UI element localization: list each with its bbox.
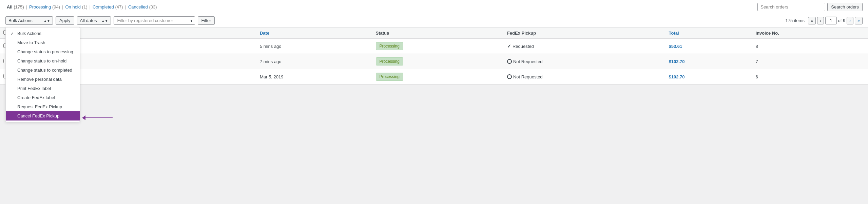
- customer-filter-wrapper: Filter by registered customer ▾: [114, 16, 195, 25]
- tab-processing[interactable]: Processing (94): [28, 4, 61, 10]
- cell-total: $53.61: [666, 39, 752, 54]
- tab-all[interactable]: All (175): [5, 4, 25, 10]
- search-orders-button[interactable]: Search orders: [827, 3, 863, 11]
- pagination-first-button[interactable]: «: [808, 17, 816, 24]
- orders-tbody: 👁5 mins agoProcessing✓Requested$53.618👁7…: [0, 39, 868, 85]
- dropdown-label-7: Create FedEx label: [17, 95, 55, 100]
- cell-invoice: 8: [752, 39, 868, 54]
- bulk-actions-wrapper: Bulk Actions ▲▼: [5, 16, 53, 25]
- cell-date: Mar 5, 2019: [256, 69, 372, 85]
- circle-icon: [507, 74, 512, 79]
- tab-completed[interactable]: Completed (47): [91, 4, 124, 10]
- cell-fedex: Not Requested: [504, 69, 666, 85]
- checkmark-icon: ✓: [507, 43, 511, 49]
- status-badge: Processing: [376, 73, 403, 81]
- dates-select[interactable]: All dates: [77, 16, 111, 25]
- table-header-row: Date Status FedEx Pickup Total Invoice N…: [0, 27, 868, 39]
- dropdown-label-1: Move to Trash: [17, 40, 45, 45]
- arrow-indicator: [82, 115, 113, 120]
- cell-status: Processing: [372, 39, 504, 54]
- dropdown-item-remove-data[interactable]: Remove personal data: [6, 75, 80, 84]
- of-pages-label: of 9: [838, 18, 846, 23]
- table-row: 👁 #742 Devesh PluginHiveMar 5, 2019Proce…: [0, 69, 868, 85]
- status-tabs: All (175) | Processing (94) | On hold (1…: [5, 4, 755, 10]
- pagination-last-button[interactable]: »: [855, 17, 863, 24]
- arrow-head-icon: [82, 115, 85, 120]
- status-badge: Processing: [376, 57, 403, 66]
- arrow-line: [85, 117, 113, 118]
- dropdown-item-change-processing[interactable]: Change status to processing: [6, 47, 80, 56]
- dropdown-label-0: Bulk Actions: [17, 31, 41, 36]
- th-invoice: Invoice No.: [752, 27, 868, 39]
- fedex-status: Not Requested: [507, 59, 662, 64]
- search-input[interactable]: [757, 3, 825, 11]
- cell-fedex: Not Requested: [504, 54, 666, 69]
- pagination-next-button[interactable]: ›: [847, 17, 853, 24]
- dates-select-wrapper: All dates ▲▼: [77, 16, 111, 25]
- dropdown-item-cancel-pickup[interactable]: Cancel FedEx Pickup: [6, 111, 80, 120]
- page-number-input[interactable]: [825, 17, 837, 24]
- th-fedex: FedEx Pickup: [504, 27, 666, 39]
- filter-bar: Bulk Actions ▲▼ Apply All dates ▲▼ Filte…: [0, 14, 868, 27]
- tab-processing-count: (94): [52, 4, 60, 10]
- dropdown-label-3: Change status to on-hold: [17, 58, 66, 63]
- dropdown-item-print-fedex[interactable]: Print FedEx label: [6, 84, 80, 93]
- th-total[interactable]: Total: [666, 27, 752, 39]
- dropdown-label-6: Print FedEx label: [17, 86, 51, 91]
- dropdown-label-8: Request FedEx Pickup: [17, 104, 62, 109]
- tab-completed-count: (47): [115, 4, 123, 10]
- dropdown-item-create-fedex[interactable]: Create FedEx label: [6, 93, 80, 102]
- th-date[interactable]: Date: [256, 27, 372, 39]
- tab-processing-label: Processing: [29, 4, 51, 10]
- dropdown-label-9: Cancel FedEx Pickup: [17, 113, 59, 118]
- cell-date: 5 mins ago: [256, 39, 372, 54]
- dropdown-label-4: Change status to completed: [17, 68, 72, 73]
- table-row: 👁7 mins agoProcessingNot Requested$102.7…: [0, 54, 868, 69]
- circle-icon: [507, 59, 512, 64]
- tab-all-count: (175): [14, 4, 24, 10]
- table-row: 👁5 mins agoProcessing✓Requested$53.618: [0, 39, 868, 54]
- dropdown-item-request-pickup[interactable]: Request FedEx Pickup: [6, 102, 80, 111]
- tab-onhold-label: On hold: [65, 4, 81, 10]
- pagination-prev-button[interactable]: ‹: [817, 17, 824, 24]
- dropdown-label-5: Remove personal data: [17, 77, 62, 82]
- tab-cancelled[interactable]: Cancelled (33): [127, 4, 158, 10]
- cell-total: $102.70: [666, 54, 752, 69]
- tab-completed-label: Completed: [93, 4, 114, 10]
- fedex-label: Not Requested: [513, 74, 543, 79]
- tab-onhold[interactable]: On hold (1): [64, 4, 89, 10]
- bulk-actions-dropdown: ✓ Bulk Actions Move to Trash Change stat…: [5, 27, 80, 122]
- dropdown-label-2: Change status to processing: [17, 49, 73, 54]
- dropdown-item-change-onhold[interactable]: Change status to on-hold: [6, 56, 80, 66]
- status-badge: Processing: [376, 42, 403, 50]
- tab-cancelled-label: Cancelled: [128, 4, 148, 10]
- bulk-actions-select[interactable]: Bulk Actions: [5, 16, 53, 25]
- tab-all-label: All: [7, 4, 13, 10]
- items-count: 175 items: [786, 18, 805, 23]
- pagination-wrapper: 175 items « ‹ of 9 › »: [786, 17, 863, 24]
- fedex-status: Not Requested: [507, 74, 662, 79]
- apply-button[interactable]: Apply: [56, 16, 74, 25]
- dropdown-item-move-to-trash[interactable]: Move to Trash: [6, 38, 80, 47]
- orders-table: Date Status FedEx Pickup Total Invoice N…: [0, 27, 868, 85]
- search-orders-wrapper: Search orders: [757, 3, 863, 11]
- filter-button[interactable]: Filter: [198, 16, 215, 25]
- cell-status: Processing: [372, 69, 504, 85]
- fedex-label: Not Requested: [513, 59, 543, 64]
- cell-total: $102.70: [666, 69, 752, 85]
- th-status: Status: [372, 27, 504, 39]
- cell-status: Processing: [372, 54, 504, 69]
- page-wrapper: All (175) | Processing (94) | On hold (1…: [0, 0, 868, 204]
- checkmark-icon: ✓: [11, 31, 15, 36]
- dropdown-item-change-completed[interactable]: Change status to completed: [6, 66, 80, 75]
- cell-invoice: 6: [752, 69, 868, 85]
- cell-date: 7 mins ago: [256, 54, 372, 69]
- tab-onhold-count: (1): [82, 4, 88, 10]
- fedex-status: ✓Requested: [507, 43, 662, 49]
- tab-cancelled-count: (33): [149, 4, 157, 10]
- fedex-label: Requested: [513, 44, 534, 49]
- top-bar: All (175) | Processing (94) | On hold (1…: [0, 0, 868, 14]
- dropdown-item-bulk-actions[interactable]: ✓ Bulk Actions: [6, 29, 80, 38]
- customer-filter-select[interactable]: Filter by registered customer: [114, 16, 195, 25]
- cell-fedex: ✓Requested: [504, 39, 666, 54]
